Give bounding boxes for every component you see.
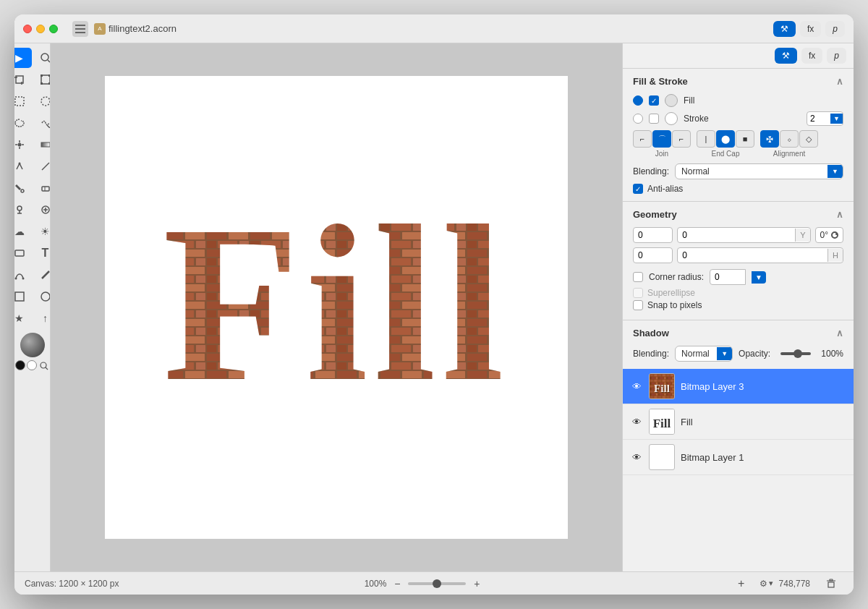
- tool-row-11: [14, 265, 51, 285]
- fx-panel-tab[interactable]: fx: [801, 48, 822, 64]
- brush-line-tool[interactable]: [33, 265, 51, 285]
- sidebar-toggle-button[interactable]: [72, 21, 88, 37]
- stroke-checkbox[interactable]: [649, 114, 659, 124]
- stroke-color-dot[interactable]: [665, 112, 678, 125]
- zoom-mini[interactable]: [38, 360, 50, 372]
- paint-bucket-tool[interactable]: [14, 178, 32, 198]
- arrow-tool[interactable]: ↑: [33, 308, 51, 328]
- antialias-checkbox[interactable]: ✓: [633, 184, 643, 194]
- endcap-round[interactable]: ⬤: [716, 130, 735, 148]
- endcap-buttons: | ⬤ ■: [697, 130, 754, 148]
- blending-dropdown-arrow[interactable]: ▼: [827, 165, 843, 178]
- snap-pixels-row: Snap to pixels: [633, 300, 843, 310]
- magic-lasso-tool[interactable]: [33, 113, 51, 133]
- p-panel-button[interactable]: p: [825, 21, 845, 37]
- svg-point-38: [41, 292, 50, 301]
- superellipse-checkbox[interactable]: [633, 288, 643, 298]
- rotation-value: 0°: [820, 230, 828, 240]
- endcap-square[interactable]: ■: [736, 130, 754, 148]
- h-field: H: [677, 247, 843, 263]
- blending-select[interactable]: Normal ▼: [675, 163, 843, 179]
- black-color[interactable]: [15, 360, 25, 370]
- star-tool[interactable]: ★: [14, 308, 32, 328]
- white-color[interactable]: [27, 360, 37, 370]
- align-outside[interactable]: ◇: [799, 130, 818, 148]
- join-miter[interactable]: ⌐: [633, 130, 652, 148]
- ellipse-frame-tool[interactable]: [33, 286, 51, 307]
- zoom-tool[interactable]: [33, 48, 51, 68]
- corner-input[interactable]: [710, 269, 746, 285]
- magic-wand-tool[interactable]: [14, 135, 32, 155]
- lasso-tool[interactable]: [14, 113, 32, 133]
- delete-layer-button[interactable]: [819, 574, 843, 594]
- stroke-radio[interactable]: [633, 114, 643, 124]
- w-input[interactable]: [634, 248, 673, 263]
- join-bevel[interactable]: ⌐: [672, 130, 691, 148]
- pen-tool[interactable]: [14, 156, 32, 176]
- layer-thumb-bitmap1: [649, 444, 675, 470]
- select-tool[interactable]: ▶: [14, 48, 32, 68]
- add-layer-button[interactable]: +: [729, 574, 754, 594]
- layer-fill[interactable]: 👁 Fill Fill: [623, 404, 854, 440]
- x-input[interactable]: [634, 228, 673, 242]
- zoom-in-button[interactable]: +: [470, 577, 483, 590]
- fx-panel-button[interactable]: fx: [800, 21, 821, 37]
- tools-panel-button[interactable]: ⚒: [773, 21, 796, 37]
- layer-visibility-fill[interactable]: 👁: [630, 415, 643, 428]
- foreground-color-swatch[interactable]: [20, 333, 45, 357]
- align-center[interactable]: ⧾: [760, 130, 779, 148]
- opacity-slider[interactable]: [780, 352, 811, 355]
- rotation-field[interactable]: 0°: [815, 227, 843, 243]
- rect-select-tool[interactable]: [14, 91, 32, 111]
- corner-checkbox[interactable]: [633, 272, 643, 282]
- layer-bitmap-3[interactable]: 👁: [623, 369, 854, 404]
- close-button[interactable]: [23, 25, 32, 33]
- properties-panel-tab[interactable]: p: [827, 48, 846, 64]
- stroke-width-arrow[interactable]: ▼: [830, 114, 843, 124]
- stamp-tool[interactable]: [14, 200, 32, 220]
- rect-shape-tool[interactable]: [14, 243, 32, 263]
- rect-frame-tool[interactable]: [14, 286, 32, 307]
- heal-tool[interactable]: [33, 200, 51, 220]
- svg-rect-9: [41, 74, 43, 77]
- y-input[interactable]: [678, 228, 795, 242]
- bezier-tool[interactable]: [14, 265, 32, 285]
- minimize-button[interactable]: [36, 25, 45, 33]
- eraser-tool[interactable]: [33, 178, 51, 198]
- line-tool[interactable]: [33, 156, 51, 176]
- join-round[interactable]: ⌒: [652, 130, 671, 148]
- maximize-button[interactable]: [49, 25, 58, 33]
- text-tool[interactable]: T: [33, 243, 51, 263]
- snap-checkbox[interactable]: [633, 300, 643, 310]
- fill-radio[interactable]: [633, 95, 643, 106]
- align-inside[interactable]: ⬦: [780, 130, 799, 148]
- stroke-width-input[interactable]: 2: [807, 112, 830, 125]
- svg-line-40: [46, 367, 48, 370]
- layer-bitmap-1[interactable]: 👁 Bitmap Layer 1: [623, 440, 854, 475]
- canvas-area[interactable]: Fill: [51, 43, 622, 571]
- fill-stroke-collapse[interactable]: ∧: [836, 76, 843, 87]
- geometry-collapse[interactable]: ∧: [836, 209, 843, 220]
- svg-rect-21: [41, 142, 50, 147]
- cloud-shape-tool[interactable]: ☁: [14, 221, 32, 242]
- shadow-blending-select[interactable]: Normal ▼: [675, 346, 733, 362]
- layer-visibility-bitmap1[interactable]: 👁: [630, 451, 643, 464]
- zoom-out-button[interactable]: −: [391, 577, 404, 590]
- fill-checkbox[interactable]: ✓: [649, 95, 659, 106]
- gradient-tool[interactable]: [33, 135, 51, 155]
- transform-tool[interactable]: [33, 69, 51, 90]
- corner-dropdown-arrow[interactable]: ▼: [752, 271, 766, 284]
- layers-panel-tab[interactable]: ⚒: [775, 48, 797, 64]
- ellipse-select-tool[interactable]: [33, 91, 51, 111]
- layer-visibility-bitmap3[interactable]: 👁: [630, 380, 643, 393]
- zoom-slider[interactable]: [408, 582, 466, 585]
- shadow-section: Shadow ∧ Blending: Normal ▼ Opacity: 100…: [623, 320, 854, 369]
- settings-button[interactable]: ⚙ ▾: [760, 579, 773, 589]
- endcap-butt[interactable]: |: [697, 130, 715, 148]
- shadow-blending-arrow[interactable]: ▼: [717, 347, 732, 360]
- crop-tool[interactable]: [14, 69, 32, 90]
- brightness-tool[interactable]: ☀: [33, 221, 51, 242]
- shadow-collapse[interactable]: ∧: [836, 328, 843, 338]
- fill-color-dot[interactable]: [665, 94, 678, 107]
- h-input[interactable]: [678, 248, 827, 263]
